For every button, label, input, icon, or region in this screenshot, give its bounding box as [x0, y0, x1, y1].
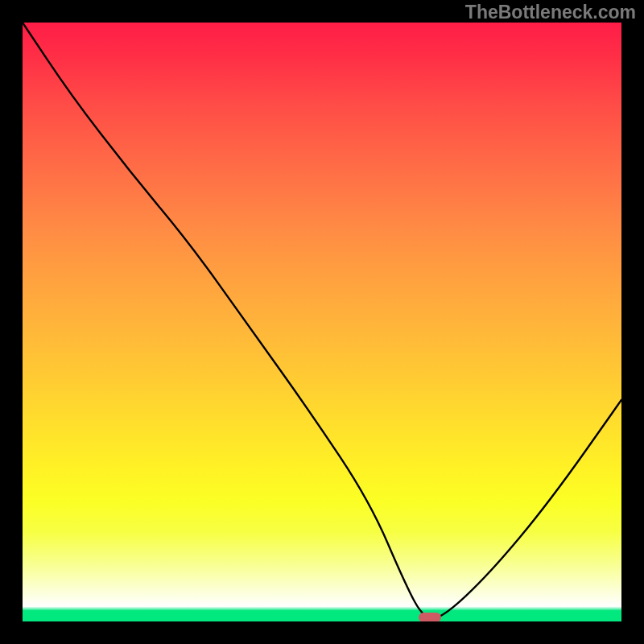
- watermark-text: TheBottleneck.com: [465, 2, 636, 23]
- bottleneck-curve: [23, 23, 621, 621]
- valley-marker: [419, 613, 441, 621]
- plot-area: [23, 23, 621, 621]
- curve-path: [23, 23, 621, 618]
- chart-container: TheBottleneck.com: [0, 0, 644, 644]
